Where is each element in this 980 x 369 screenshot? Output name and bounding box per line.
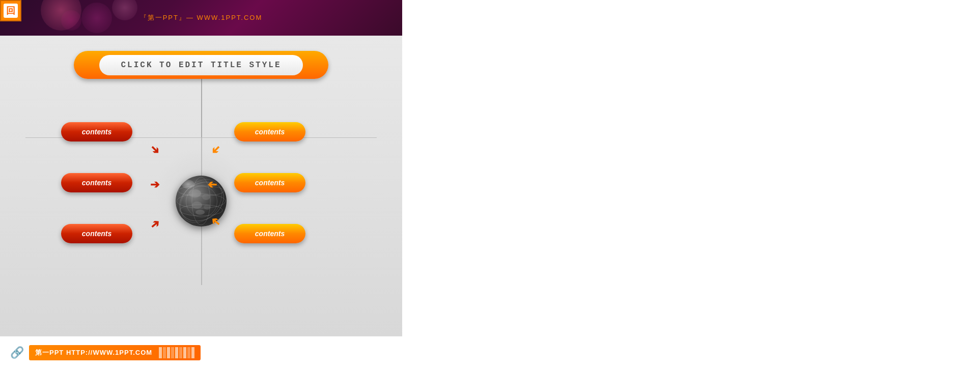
stripe-9	[191, 347, 194, 358]
footer-bar: 第一PPT HTTP://WWW.1PPT.COM	[29, 345, 201, 360]
stripe-1	[159, 347, 162, 358]
arrow-right-middle: ➔	[208, 179, 217, 190]
logo-inner: 回	[4, 4, 18, 18]
svg-point-0	[178, 186, 224, 196]
contents-label-right-top: contents	[255, 128, 285, 136]
bokeh-2	[81, 3, 112, 33]
title-container[interactable]: CLICK TO EDIT TITLE STYLE	[74, 51, 328, 79]
title-outer-pill[interactable]: CLICK TO EDIT TITLE STYLE	[74, 51, 328, 79]
btn-contents-left-top[interactable]: contents	[61, 122, 132, 141]
footer-link-icon: 🔗	[10, 346, 24, 359]
arrow-left-middle: ➔	[150, 179, 159, 190]
svg-point-1	[177, 194, 226, 208]
btn-contents-right-bottom[interactable]: contents	[234, 224, 305, 243]
contents-label-left-bottom: contents	[82, 230, 111, 238]
title-text[interactable]: CLICK TO EDIT TITLE STYLE	[121, 61, 281, 70]
footer-text: 第一PPT HTTP://WWW.1PPT.COM	[35, 348, 152, 357]
contents-label-right-middle: contents	[255, 179, 285, 187]
right-panel	[402, 0, 980, 369]
bokeh-4	[61, 10, 81, 31]
arrow-left-top: ➔	[148, 143, 162, 157]
header-brand-text: 『第一PPT』— WWW.1PPT.COM	[140, 13, 263, 22]
contents-label-left-top: contents	[82, 128, 111, 136]
stripe-7	[183, 347, 186, 358]
slide-footer: 🔗 第一PPT HTTP://WWW.1PPT.COM	[0, 336, 402, 369]
brand-label: 『第一PPT』— WWW.1PPT.COM	[140, 14, 263, 21]
svg-point-8	[204, 205, 211, 210]
contents-label-right-bottom: contents	[255, 230, 285, 238]
btn-contents-right-middle[interactable]: contents	[234, 173, 305, 192]
contents-label-left-middle: contents	[82, 179, 111, 187]
btn-contents-left-bottom[interactable]: contents	[61, 224, 132, 243]
stripe-3	[167, 347, 170, 358]
btn-contents-left-middle[interactable]: contents	[61, 173, 132, 192]
svg-point-6	[202, 194, 210, 200]
svg-point-7	[192, 202, 202, 209]
slide-body: CLICK TO EDIT TITLE STYLE	[0, 36, 402, 336]
slide-header: 『第一PPT』— WWW.1PPT.COM	[0, 0, 402, 36]
footer-stripes	[159, 347, 194, 358]
stripe-2	[163, 347, 166, 358]
bokeh-3	[112, 0, 137, 20]
svg-point-5	[189, 189, 201, 197]
svg-point-9	[195, 210, 205, 215]
stripe-5	[175, 347, 178, 358]
arrow-left-bottom: ➔	[148, 217, 162, 232]
btn-contents-right-top[interactable]: contents	[234, 122, 305, 141]
vertical-line-top	[201, 76, 202, 137]
stripe-6	[179, 347, 182, 358]
title-inner-pill[interactable]: CLICK TO EDIT TITLE STYLE	[99, 55, 303, 75]
stripe-4	[171, 347, 174, 358]
logo-icon: 回	[0, 0, 21, 21]
stripe-8	[187, 347, 190, 358]
